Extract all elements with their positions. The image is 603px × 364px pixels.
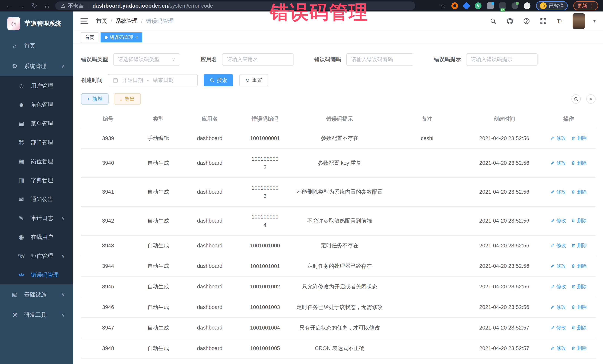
sidebar-item-基础设施[interactable]: ▧基础设施∨ bbox=[0, 284, 73, 305]
extensions-puzzle-icon[interactable] bbox=[524, 2, 531, 9]
cell-actions: 修改删除 bbox=[542, 276, 596, 297]
cell-code: 1001001000 bbox=[238, 235, 292, 256]
chevron-down-icon: ∨ bbox=[61, 312, 65, 318]
delete-link[interactable]: 删除 bbox=[571, 242, 587, 249]
delete-link[interactable]: 删除 bbox=[571, 217, 587, 224]
edit-link[interactable]: 修改 bbox=[550, 325, 566, 331]
cell-code: 1001001001 bbox=[238, 256, 292, 276]
sidebar-item-研发工具[interactable]: ⚒研发工具∨ bbox=[0, 305, 73, 325]
sidebar-item-系统管理[interactable]: ⚙系统管理∧ bbox=[0, 56, 73, 76]
tab-home[interactable]: 首页 bbox=[81, 33, 98, 43]
cell-msg: 定时任务不存在 bbox=[292, 235, 387, 256]
delete-link[interactable]: 删除 bbox=[571, 283, 587, 290]
delete-link[interactable]: 删除 bbox=[571, 263, 587, 269]
edit-link[interactable]: 修改 bbox=[550, 283, 566, 290]
profile-avatar: ☺ bbox=[540, 2, 547, 9]
app-name-input[interactable] bbox=[222, 53, 293, 66]
plus-icon: + bbox=[87, 96, 90, 102]
sidebar-item-菜单管理[interactable]: ▤菜单管理 bbox=[0, 114, 73, 133]
cell-actions: 修改删除 bbox=[542, 149, 596, 177]
delete-link[interactable]: 删除 bbox=[571, 160, 587, 166]
browser-update-chip[interactable]: 更新 ⋮ bbox=[573, 1, 598, 10]
user-avatar[interactable] bbox=[573, 13, 585, 29]
toggle-search-icon[interactable] bbox=[571, 94, 581, 104]
sidebar-item-角色管理[interactable]: ☻角色管理 bbox=[0, 95, 73, 114]
github-icon[interactable] bbox=[506, 17, 514, 25]
divider: | bbox=[87, 3, 89, 9]
tab-error-code[interactable]: 错误码管理 × bbox=[101, 33, 142, 43]
sidebar-item-字典管理[interactable]: ▥字典管理 bbox=[0, 171, 73, 190]
sidebar-logo[interactable]: ☺ 芋道管理系统 bbox=[0, 11, 73, 36]
browser-profile-chip[interactable]: ☺ 已暂停 bbox=[536, 1, 568, 10]
edit-link[interactable]: 修改 bbox=[550, 135, 566, 141]
kebab-menu-icon[interactable]: ⋮ bbox=[590, 3, 594, 9]
sidebar-item-通知公告[interactable]: ✉通知公告 bbox=[0, 190, 73, 209]
hamburger-icon[interactable] bbox=[81, 18, 88, 24]
delete-link[interactable]: 删除 bbox=[571, 325, 587, 331]
cell-actions: 修改删除 bbox=[542, 128, 596, 149]
delete-link[interactable]: 删除 bbox=[571, 135, 587, 141]
system-icon: ⚙ bbox=[10, 63, 19, 70]
chevron-down-icon: ∨ bbox=[61, 292, 65, 298]
edit-link[interactable]: 修改 bbox=[550, 217, 566, 224]
reset-button[interactable]: ↻ 重置 bbox=[239, 74, 268, 86]
extension-proxy-on-icon[interactable]: on bbox=[499, 2, 506, 9]
refresh-table-icon[interactable]: ↻ bbox=[586, 94, 596, 104]
delete-link[interactable]: 删除 bbox=[571, 345, 587, 351]
audit-icon: ✎ bbox=[17, 215, 26, 222]
sidebar-item-在线用户[interactable]: ◉在线用户 bbox=[0, 228, 73, 246]
sidebar-item-部门管理[interactable]: ⌘部门管理 bbox=[0, 133, 73, 152]
breadcrumb-home[interactable]: 首页 bbox=[96, 17, 107, 25]
filter-type: 错误码类型 请选择错误码类型 ∨ bbox=[81, 53, 180, 66]
sidebar-item-岗位管理[interactable]: ▦岗位管理 bbox=[0, 152, 73, 171]
close-icon[interactable]: × bbox=[136, 35, 138, 40]
error-msg-input[interactable] bbox=[466, 53, 537, 66]
add-button[interactable]: + 新增 bbox=[81, 93, 109, 105]
extension-grid-icon[interactable] bbox=[487, 2, 494, 9]
sidebar-item-审计日志[interactable]: ✎审计日志∨ bbox=[0, 209, 73, 228]
extension-blue-gem-icon[interactable] bbox=[463, 2, 470, 10]
search-icon[interactable] bbox=[489, 17, 497, 25]
sidebar-item-错误码管理[interactable]: </>错误码管理 bbox=[0, 265, 73, 284]
edit-link[interactable]: 修改 bbox=[550, 189, 566, 195]
font-size-icon[interactable]: TT bbox=[556, 17, 564, 25]
edit-link[interactable]: 修改 bbox=[550, 345, 566, 351]
back-icon[interactable]: ← bbox=[5, 0, 13, 11]
filter-time-label: 创建时间 bbox=[81, 77, 103, 84]
home-browser-icon[interactable]: ⌂ bbox=[43, 0, 51, 11]
help-icon[interactable] bbox=[522, 17, 531, 25]
reload-icon[interactable]: ↻ bbox=[30, 0, 39, 11]
search-button[interactable]: 搜索 bbox=[204, 74, 233, 86]
url-host: dashboard.yudao.iocoder.cn bbox=[93, 3, 168, 9]
breadcrumb-system[interactable]: 系统管理 bbox=[116, 17, 138, 25]
cell-id: 3939 bbox=[81, 128, 135, 149]
cell-actions: 修改删除 bbox=[542, 338, 596, 359]
error-type-select[interactable]: 请选择错误码类型 ∨ bbox=[113, 53, 180, 66]
sidebar-item-label: 部门管理 bbox=[31, 139, 53, 146]
delete-link[interactable]: 删除 bbox=[571, 189, 587, 195]
edit-link[interactable]: 修改 bbox=[550, 242, 566, 249]
bookmark-star-icon[interactable]: ☆ bbox=[440, 2, 446, 10]
address-bar[interactable]: ⚠ 不安全 | dashboard.yudao.iocoder.cn /syst… bbox=[55, 1, 415, 10]
cell-actions: 修改删除 bbox=[542, 297, 596, 318]
caret-down-icon[interactable]: ▾ bbox=[593, 19, 596, 24]
forward-icon[interactable]: → bbox=[17, 0, 26, 11]
extension-key-icon[interactable] bbox=[511, 2, 518, 9]
edit-link[interactable]: 修改 bbox=[550, 304, 566, 310]
extension-orange-ring-icon[interactable] bbox=[452, 2, 458, 9]
sidebar-item-首页[interactable]: ⌂首页 bbox=[0, 36, 73, 56]
menu-list-icon: ▤ bbox=[17, 120, 26, 127]
sidebar-item-用户管理[interactable]: ☺用户管理 bbox=[0, 76, 73, 95]
sidebar-item-短信管理[interactable]: ☏短信管理∨ bbox=[0, 246, 73, 265]
cell-app: dashboard bbox=[181, 297, 238, 318]
extension-vue-devtools-icon[interactable]: V bbox=[475, 2, 481, 9]
edit-link[interactable]: 修改 bbox=[550, 160, 566, 166]
edit-link[interactable]: 修改 bbox=[550, 263, 566, 269]
export-button[interactable]: ↓ 导出 bbox=[114, 93, 141, 105]
date-range-picker[interactable]: 开始日期 - 结束日期 bbox=[108, 74, 198, 86]
fullscreen-icon[interactable] bbox=[539, 17, 547, 25]
breadcrumb: 首页 / 系统管理 / 错误码管理 bbox=[96, 17, 174, 25]
error-code-input[interactable] bbox=[346, 53, 413, 66]
cell-type: 自动生成 bbox=[135, 149, 181, 177]
delete-link[interactable]: 删除 bbox=[571, 304, 587, 310]
